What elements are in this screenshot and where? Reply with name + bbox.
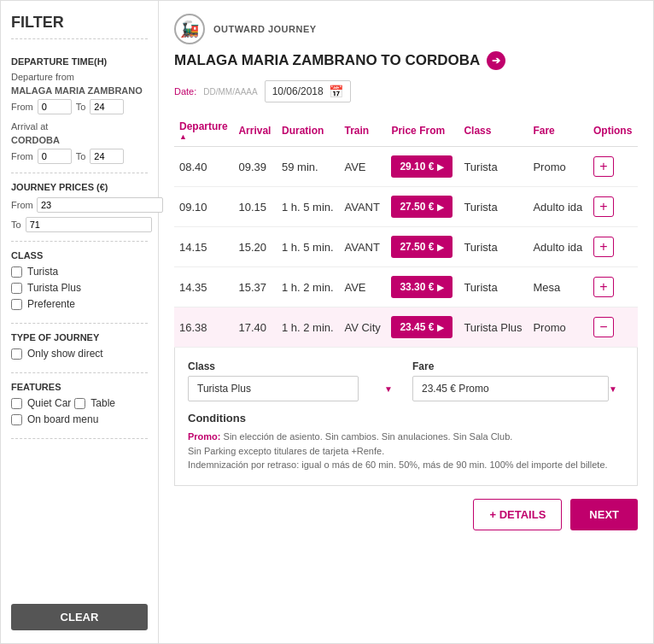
duration-2: 1 h. 5 min. [277, 187, 339, 227]
departure-from-input[interactable] [38, 99, 72, 114]
clear-button[interactable]: CLEAR [11, 604, 148, 630]
col-arrival[interactable]: Arrival [233, 115, 277, 147]
duration-3: 1 h. 5 min. [277, 227, 339, 267]
journey-header: 🚂 OUTWARD JOURNEY [174, 14, 638, 44]
table-row: 09.10 10.15 1 h. 5 min. AVANT 27.50 € ▶ … [174, 187, 638, 227]
table-row: 08.40 09.39 59 min. AVE 29.10 € ▶ Turist… [174, 147, 638, 187]
col-departure[interactable]: Departure ▲ [174, 115, 233, 147]
price-1: 29.10 € ▶ [386, 147, 458, 187]
train-2: AVANT [339, 187, 386, 227]
quiet-car-item: Quiet Car [11, 397, 71, 409]
dep-time-5: 16.38 [174, 307, 233, 348]
duration-5: 1 h. 2 min. [277, 307, 339, 348]
price-button-2[interactable]: 27.50 € ▶ [391, 196, 453, 218]
features-section: FEATURES Quiet Car Table On board menu [11, 373, 148, 439]
direct-only-checkbox[interactable] [11, 348, 22, 360]
options-1: + [588, 147, 638, 187]
price-arrow-icon-2: ▶ [437, 202, 444, 212]
expand-button-3[interactable]: + [593, 237, 614, 257]
class-turista-item: Turista [11, 266, 148, 278]
arrival-to-label-text: To [76, 151, 86, 161]
arrival-from-label-text: From [11, 151, 33, 161]
price-from-input[interactable] [37, 197, 163, 213]
price-button-3[interactable]: 27.50 € ▶ [391, 236, 453, 258]
table-row: 16.38 17.40 1 h. 2 min. AV City 23.45 € … [174, 307, 638, 348]
direct-only-item: Only show direct [11, 348, 148, 360]
fare-select[interactable]: 23.45 € Promo Adulto ida [412, 376, 609, 401]
arrival-city: CORDOBA [11, 135, 148, 145]
departure-city: MALAGA MARIA ZAMBRANO [11, 85, 148, 96]
fare-select-label: Fare [412, 360, 624, 372]
duration-4: 1 h. 2 min. [277, 267, 339, 307]
next-button[interactable]: NEXT [570, 499, 638, 530]
fare-1: Promo [528, 147, 588, 187]
price-3: 27.50 € ▶ [386, 227, 458, 267]
price-to-label: To [11, 220, 21, 230]
train-icon: 🚂 [174, 14, 205, 44]
fare-2: Adulto ida [528, 187, 588, 227]
col-fare[interactable]: Fare [528, 115, 588, 147]
conditions-highlight: Promo: [188, 431, 221, 442]
fare-select-wrapper: 23.45 € Promo Adulto ida ▼ [412, 376, 624, 401]
journey-type-title: TYPE OF JOURNEY [11, 332, 148, 342]
departure-to-input[interactable] [90, 99, 124, 114]
class-preferente-checkbox[interactable] [11, 299, 22, 310]
class-select-label: Class [188, 360, 400, 372]
price-button-1[interactable]: 29.10 € ▶ [391, 155, 453, 178]
price-button-5[interactable]: 23.45 € ▶ [391, 316, 453, 338]
duration-1: 59 min. [277, 147, 339, 187]
options-4: + [588, 267, 638, 307]
price-button-4[interactable]: 33.30 € ▶ [391, 276, 453, 298]
price-from-label: From [11, 200, 32, 210]
sidebar: FILTER DEPARTURE TIME(H) Departure from … [1, 1, 159, 643]
arrival-to-input[interactable] [90, 149, 124, 164]
date-row: Date: DD/MM/AAAA 10/06/2018 📅 [174, 80, 638, 102]
col-train[interactable]: Train [339, 115, 386, 147]
class-preferente-label: Preferente [27, 298, 75, 310]
onboard-menu-checkbox[interactable] [11, 414, 22, 425]
fare-select-group: Fare 23.45 € Promo Adulto ida ▼ [412, 360, 624, 401]
class-select-chevron-icon: ▼ [384, 384, 393, 394]
class-turista-plus-checkbox[interactable] [11, 283, 22, 294]
expand-button-4[interactable]: + [593, 277, 614, 297]
departure-time-title: DEPARTURE TIME(H) [11, 56, 148, 67]
price-to-input[interactable] [26, 217, 152, 232]
bottom-buttons: + DETAILS NEXT [174, 499, 638, 530]
class-turista-checkbox[interactable] [11, 266, 22, 278]
fare-select-chevron-icon: ▼ [609, 384, 617, 394]
journey-route-text: MALAGA MARIA ZAMBRANO TO CORDOBA [174, 52, 480, 69]
calendar-icon: 📅 [329, 85, 343, 98]
details-button[interactable]: + DETAILS [473, 499, 562, 530]
date-label: Date: [174, 86, 196, 97]
fare-3: Adulto ida [528, 227, 588, 267]
col-duration[interactable]: Duration [277, 115, 339, 147]
class-turista-plus-label: Turista Plus [27, 282, 81, 294]
price-arrow-icon-1: ▶ [437, 162, 444, 172]
class-select[interactable]: Turista Plus Turista Preferente [188, 376, 359, 401]
class-section: CLASS Turista Turista Plus Preferente [11, 242, 148, 324]
conditions-body: Sin elección de asiento. Sin cambios. Si… [188, 431, 608, 470]
table-checkbox[interactable] [74, 398, 85, 409]
expand-button-1[interactable]: + [593, 156, 614, 177]
arrival-from-input[interactable] [38, 149, 72, 164]
table-item: Table [74, 397, 115, 409]
expand-button-2[interactable]: + [593, 196, 614, 217]
arr-time-2: 10.15 [233, 187, 277, 227]
col-price[interactable]: Price From [386, 115, 458, 147]
date-input-wrapper[interactable]: 10/06/2018 📅 [265, 80, 351, 102]
date-value: 10/06/2018 [272, 85, 324, 97]
table-label: Table [91, 397, 115, 409]
journey-title: MALAGA MARIA ZAMBRANO TO CORDOBA ➔ [174, 51, 638, 70]
route-arrow-icon: ➔ [487, 51, 505, 70]
expanded-selects-row: Class Turista Plus Turista Preferente ▼ … [188, 360, 624, 401]
arr-time-5: 17.40 [233, 307, 277, 348]
quiet-car-label: Quiet Car [27, 397, 71, 409]
col-class[interactable]: Class [458, 115, 528, 147]
fare-5: Promo [528, 307, 588, 348]
arr-time-1: 09.39 [233, 147, 277, 187]
collapse-button-5[interactable]: − [593, 317, 614, 337]
fare-4: Mesa [528, 267, 588, 307]
departure-range-row: From To [11, 99, 148, 114]
class-select-group: Class Turista Plus Turista Preferente ▼ [188, 360, 400, 401]
quiet-car-checkbox[interactable] [11, 398, 22, 409]
